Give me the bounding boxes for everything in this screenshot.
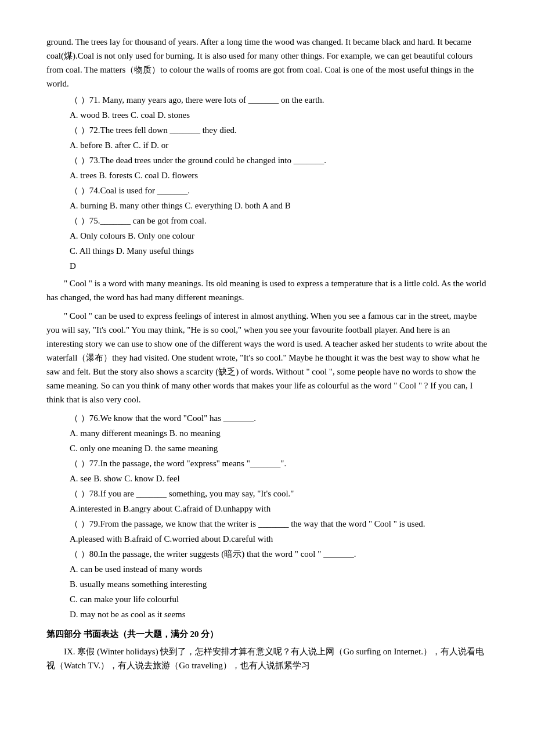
opening-paragraph: ground. The trees lay for thousand of ye… [46, 35, 488, 91]
q80-option-d: D. may not be as cool as it seems [70, 607, 488, 621]
q80-option-a: A. can be used instead of many words [70, 562, 488, 576]
q75-option-cd: C. All things D. Many useful things [70, 244, 488, 258]
q73-options: A. trees B. forests C. coal D. flowers [70, 168, 488, 182]
q74-options: A. burning B. many other things C. every… [70, 199, 488, 213]
q80-option-b: B. usually means something interesting [70, 577, 488, 591]
passage2-paragraph1: " Cool " is a word with many meanings. I… [46, 276, 488, 304]
main-content: ground. The trees lay for thousand of ye… [46, 35, 488, 672]
section-ix-text: IX. 寒假 (Winter holidays) 快到了，怎样安排才算有意义呢？… [46, 645, 488, 672]
question-75: （ ）75._______ can be got from coal. [70, 214, 488, 228]
question-73: （ ）73.The dead trees under the ground co… [70, 153, 488, 167]
question-80: （ ）80.In the passage, the writer suggest… [70, 547, 488, 561]
question-77: （ ）77.In the passage, the word "express"… [70, 456, 488, 470]
q76-option-cd: C. only one meaning D. the same meaning [70, 441, 488, 455]
answer-d: D [70, 259, 488, 273]
q76-option-ab: A. many different meanings B. no meaning [70, 426, 488, 440]
q71-options: A. wood B. trees C. coal D. stones [70, 108, 488, 122]
q72-options: A. before B. after C. if D. or [70, 138, 488, 152]
question-78: （ ）78.If you are _______ something, you … [70, 487, 488, 501]
passage2-paragraph2: " Cool " can be used to express feelings… [46, 309, 488, 406]
q75-option-ab: A. Only colours B. Only one colour [70, 229, 488, 243]
question-71: （ ）71. Many, many years ago, there were … [70, 93, 488, 107]
question-79: （ ）79.From the passage, we know that the… [70, 517, 488, 531]
q77-options: A. see B. show C. know D. feel [70, 471, 488, 485]
q80-option-c: C. can make your life colourful [70, 592, 488, 606]
q78-options: A.interested in B.angry about C.afraid o… [70, 502, 488, 516]
q79-options: A.pleased with B.afraid of C.worried abo… [70, 532, 488, 546]
question-74: （ ）74.Coal is used for _______. [70, 183, 488, 197]
question-72: （ ）72.The trees fell down _______ they d… [70, 123, 488, 137]
question-76: （ ）76.We know that the word "Cool" has _… [70, 411, 488, 425]
section4-header: 第四部分 书面表达（共一大题，满分 20 分） [46, 627, 488, 641]
